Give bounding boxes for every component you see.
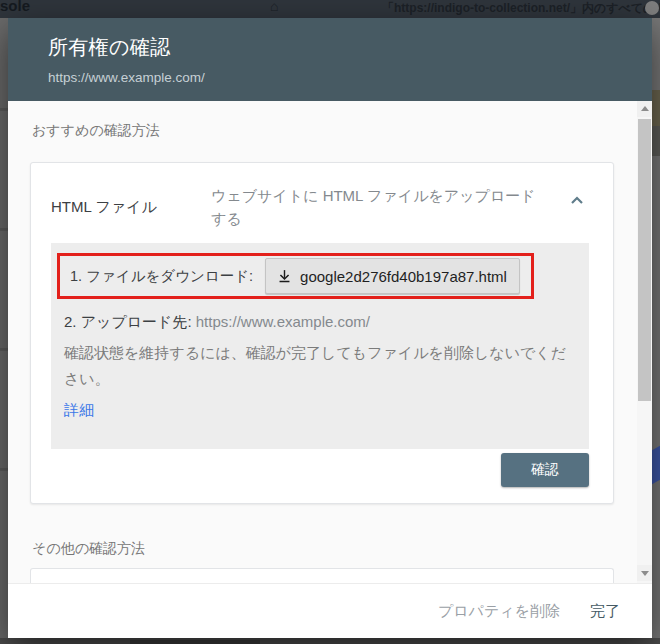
backdrop-line xyxy=(0,348,8,351)
step-upload-label: 2. アップロード先: xyxy=(64,313,192,330)
screenshot-root: sole ⌂ 「https://indigo-to-collection.net… xyxy=(0,0,660,644)
arrow-up-icon xyxy=(641,106,649,111)
verify-button[interactable]: 確認 xyxy=(501,453,589,487)
method-description: ウェブサイトに HTML ファイルをアップロードする xyxy=(211,184,549,231)
chevron-up-icon[interactable] xyxy=(569,193,585,209)
dialog-header: 所有権の確認 https://www.example.com/ xyxy=(8,18,652,101)
method-name: HTML ファイル xyxy=(51,198,157,217)
other-method-card-partial[interactable] xyxy=(30,568,614,584)
annotation-highlight-box: 1. ファイルをダウンロード: google2d276fd40b197a87.h… xyxy=(57,253,534,299)
backdrop-line xyxy=(0,108,8,111)
backdrop-bottom-strip xyxy=(0,638,660,644)
ownership-verification-dialog: 所有権の確認 https://www.example.com/ おすすめの確認方… xyxy=(8,18,652,638)
dialog-footer: プロパティを削除 完了 xyxy=(8,583,652,638)
step-upload-row: 2. アップロード先: https://www.example.com/ xyxy=(64,313,370,332)
backdrop-left-strip xyxy=(0,18,8,638)
backdrop-top-bar: sole ⌂ 「https://indigo-to-collection.net… xyxy=(0,0,660,18)
download-file-button[interactable]: google2d276fd40b197a87.html xyxy=(265,258,520,294)
backdrop-line xyxy=(0,468,8,471)
download-file-name: google2d276fd40b197a87.html xyxy=(300,268,507,285)
html-file-method-card: HTML ファイル ウェブサイトに HTML ファイルをアップロードする 1. … xyxy=(30,162,614,504)
dialog-scrollbar[interactable] xyxy=(637,101,652,583)
scroll-down-button[interactable] xyxy=(637,565,652,581)
backdrop-fragment xyxy=(130,640,260,644)
home-icon: ⌂ xyxy=(270,0,278,14)
backdrop-right-strip xyxy=(652,18,660,638)
backdrop-fragment xyxy=(652,126,660,156)
backdrop-line xyxy=(0,228,8,231)
download-icon xyxy=(276,268,293,285)
arrow-down-icon xyxy=(641,571,649,576)
step-download-label: 1. ファイルをダウンロード: xyxy=(70,267,253,286)
backdrop-fragment xyxy=(652,90,660,126)
other-methods-label: その他の確認方法 xyxy=(32,540,145,558)
backdrop-console-text: sole xyxy=(0,0,30,14)
recommended-methods-label: おすすめの確認方法 xyxy=(32,122,160,140)
keep-file-note: 確認状態を維持するには、確認が完了してもファイルを削除しないでください。 xyxy=(64,340,572,393)
scroll-up-button[interactable] xyxy=(637,101,652,117)
dialog-title: 所有権の確認 xyxy=(48,34,652,61)
avatar xyxy=(645,1,659,15)
details-link[interactable]: 詳細 xyxy=(64,401,94,420)
backdrop-property-url-text: 「https://indigo-to-collection.net/」内のすべて… xyxy=(382,0,660,17)
remove-property-button[interactable]: プロパティを削除 xyxy=(438,602,560,621)
backdrop-fragment xyxy=(652,446,660,485)
instructions-panel: 1. ファイルをダウンロード: google2d276fd40b197a87.h… xyxy=(51,243,589,449)
property-url: https://www.example.com/ xyxy=(48,70,652,85)
scrollbar-thumb[interactable] xyxy=(638,119,651,401)
done-button[interactable]: 完了 xyxy=(590,602,620,621)
upload-destination-url: https://www.example.com/ xyxy=(196,313,370,330)
